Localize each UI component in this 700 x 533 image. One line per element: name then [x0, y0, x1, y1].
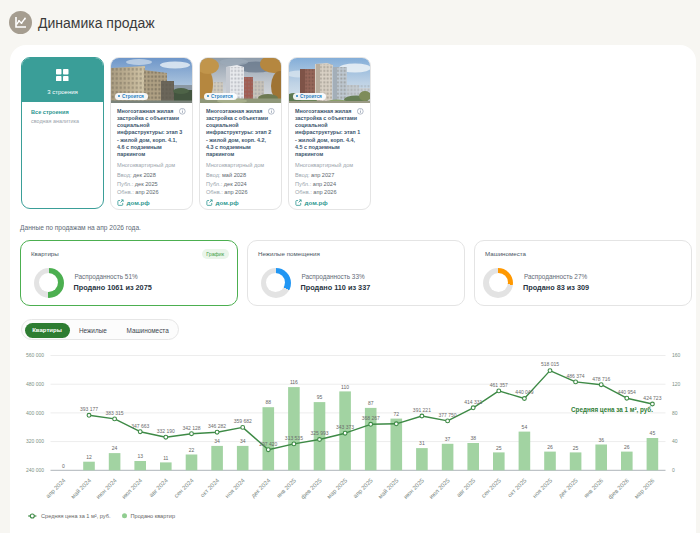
svg-text:июл 2025: июл 2025	[428, 477, 451, 500]
svg-text:116: 116	[290, 379, 298, 385]
svg-text:июл 2024: июл 2024	[121, 477, 144, 500]
svg-text:11: 11	[163, 455, 168, 461]
svg-text:440 049: 440 049	[515, 389, 533, 395]
svg-text:34: 34	[240, 438, 246, 444]
svg-text:54: 54	[522, 424, 528, 430]
svg-text:окт 2025: окт 2025	[507, 477, 529, 499]
svg-text:окт 2024: окт 2024	[199, 477, 221, 499]
svg-text:мар 2025: мар 2025	[326, 477, 349, 500]
svg-text:сен 2025: сен 2025	[480, 477, 502, 499]
svg-text:авг 2025: авг 2025	[455, 477, 476, 498]
svg-text:87: 87	[368, 400, 374, 406]
svg-text:26: 26	[547, 444, 553, 450]
svg-text:486 374: 486 374	[567, 373, 585, 379]
svg-text:368 267: 368 267	[362, 415, 380, 421]
svg-text:ноя 2025: ноя 2025	[531, 477, 553, 499]
svg-text:343 373: 343 373	[336, 424, 354, 430]
svg-text:560 000: 560 000	[26, 352, 44, 358]
svg-text:0: 0	[672, 467, 675, 473]
svg-text:80: 80	[672, 410, 678, 416]
svg-text:авг 2024: авг 2024	[148, 477, 169, 498]
svg-text:414 331: 414 331	[464, 399, 482, 405]
svg-text:Средняя цена за 1 м², руб.: Средняя цена за 1 м², руб.	[571, 406, 653, 414]
svg-text:393 177: 393 177	[80, 406, 98, 412]
svg-text:0: 0	[62, 463, 65, 469]
svg-text:424 723: 424 723	[643, 395, 661, 401]
svg-text:332 190: 332 190	[157, 428, 175, 434]
svg-text:ноя 2024: ноя 2024	[224, 477, 246, 499]
svg-text:440 954: 440 954	[618, 389, 636, 395]
svg-text:апр 2025: апр 2025	[352, 477, 374, 499]
svg-text:95: 95	[317, 394, 323, 400]
svg-text:25: 25	[496, 445, 502, 451]
svg-text:сен 2024: сен 2024	[173, 477, 195, 499]
svg-text:346 282: 346 282	[208, 423, 226, 429]
svg-text:45: 45	[650, 430, 656, 436]
svg-text:34: 34	[214, 438, 220, 444]
svg-text:июн 2024: июн 2024	[95, 477, 118, 500]
svg-text:478 716: 478 716	[592, 376, 610, 382]
svg-text:фев 2025: фев 2025	[300, 477, 323, 500]
svg-text:347 663: 347 663	[131, 423, 149, 429]
svg-text:88: 88	[266, 399, 272, 405]
svg-text:383 315: 383 315	[106, 410, 124, 416]
svg-text:359 682: 359 682	[234, 418, 252, 424]
svg-text:325 993: 325 993	[310, 430, 328, 436]
svg-text:24: 24	[112, 445, 118, 451]
svg-text:31: 31	[419, 440, 425, 446]
svg-text:26: 26	[624, 444, 630, 450]
svg-text:дек 2024: дек 2024	[250, 477, 272, 499]
svg-text:13: 13	[137, 453, 143, 459]
svg-text:янв 2025: янв 2025	[275, 477, 297, 499]
svg-text:377 750: 377 750	[439, 412, 457, 418]
svg-text:36: 36	[598, 437, 604, 443]
svg-text:342 128: 342 128	[182, 425, 200, 431]
svg-text:297 420: 297 420	[259, 441, 277, 447]
svg-text:май 2025: май 2025	[377, 477, 400, 500]
svg-text:22: 22	[189, 447, 195, 453]
svg-text:480 000: 480 000	[26, 381, 44, 387]
svg-text:мар 2026: мар 2026	[633, 477, 656, 500]
svg-text:120: 120	[672, 381, 681, 387]
svg-text:дек 2025: дек 2025	[557, 477, 579, 499]
svg-text:518 015: 518 015	[541, 361, 559, 367]
svg-text:38: 38	[470, 435, 476, 441]
svg-text:400 000: 400 000	[26, 410, 44, 416]
svg-text:фев 2026: фев 2026	[607, 477, 630, 500]
svg-text:Средняя цена за 1 м², руб.: Средняя цена за 1 м², руб.	[41, 513, 111, 519]
svg-text:320 000: 320 000	[26, 438, 44, 444]
svg-text:Продано квартир: Продано квартир	[131, 513, 176, 519]
svg-text:313 535: 313 535	[285, 435, 303, 441]
svg-text:25: 25	[573, 445, 579, 451]
svg-text:461 357: 461 357	[490, 382, 508, 388]
svg-text:37: 37	[445, 436, 451, 442]
svg-text:40: 40	[672, 438, 678, 444]
svg-text:160: 160	[672, 352, 681, 358]
svg-text:апр 2024: апр 2024	[45, 477, 67, 499]
svg-text:12: 12	[86, 454, 92, 460]
svg-text:110: 110	[341, 384, 349, 390]
svg-text:72: 72	[394, 411, 400, 417]
svg-text:240 000: 240 000	[26, 467, 44, 473]
svg-text:391 221: 391 221	[413, 407, 431, 413]
svg-text:июн 2025: июн 2025	[402, 477, 425, 500]
svg-text:май 2024: май 2024	[70, 477, 93, 500]
svg-text:янв 2026: янв 2026	[583, 477, 605, 499]
